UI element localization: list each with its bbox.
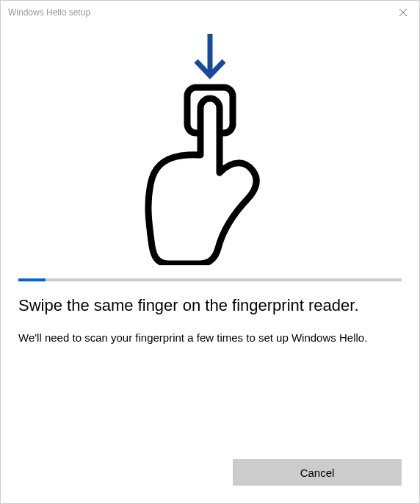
arrow-down-icon	[196, 34, 224, 76]
page-subtext: We'll need to scan your fingerprint a fe…	[18, 330, 402, 345]
cancel-button[interactable]: Cancel	[233, 459, 402, 486]
content-area: Swipe the same finger on the fingerprint…	[1, 30, 419, 345]
illustration-container	[18, 30, 402, 273]
progress-fill	[18, 278, 46, 281]
titlebar: Windows Hello setup	[1, 1, 419, 24]
fingerprint-touch-icon	[124, 30, 297, 265]
window-title: Windows Hello setup	[8, 7, 90, 18]
close-icon	[399, 8, 408, 17]
progress-bar	[18, 278, 402, 281]
close-button[interactable]	[396, 5, 410, 20]
page-heading: Swipe the same finger on the fingerprint…	[18, 295, 402, 317]
footer: Cancel	[233, 459, 402, 486]
